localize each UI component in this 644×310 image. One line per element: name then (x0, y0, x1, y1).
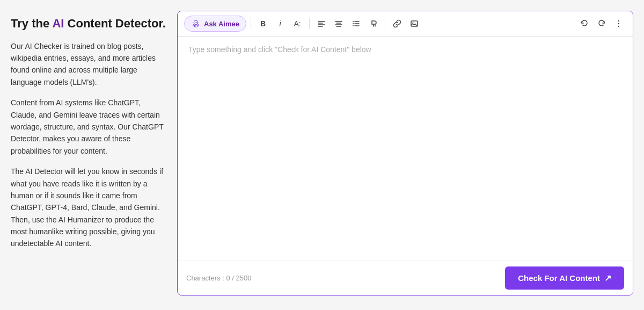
bold-icon: B (260, 19, 266, 28)
svg-point-0 (194, 20, 198, 25)
toolbar-divider-3 (385, 18, 385, 29)
paragraph-icon (369, 19, 377, 28)
ask-aimee-label: Ask Aimee (204, 20, 239, 28)
toolbar-divider-1 (251, 18, 251, 29)
list-button[interactable] (348, 16, 363, 31)
undo-icon (580, 19, 589, 28)
svg-point-23 (618, 26, 619, 27)
description-paragraph-3: The AI Detector will let you know in sec… (11, 165, 166, 250)
align-left-button[interactable] (314, 16, 329, 31)
editor-footer: Characters : 0 / 2500 Check For AI Conte… (178, 261, 633, 295)
svg-point-2 (196, 22, 197, 23)
svg-point-11 (353, 21, 354, 22)
font-size-button[interactable]: A: (290, 16, 305, 31)
svg-point-13 (353, 23, 354, 24)
svg-point-22 (618, 23, 619, 24)
toolbar-actions (577, 16, 626, 31)
undo-button[interactable] (577, 16, 592, 31)
svg-point-1 (195, 22, 196, 23)
svg-point-20 (413, 23, 414, 24)
octopus-icon (191, 19, 201, 28)
paragraph-button[interactable] (365, 16, 380, 31)
editor-panel: Ask Aimee B i A: (177, 11, 633, 295)
ask-aimee-button[interactable]: Ask Aimee (184, 16, 246, 32)
check-ai-content-button[interactable]: Check For AI Content ↗ (505, 266, 624, 290)
heading-highlight: AI (52, 17, 64, 30)
toolbar: Ask Aimee B i A: (178, 11, 633, 37)
italic-icon: i (279, 19, 281, 28)
align-center-icon (334, 19, 343, 28)
character-count: Characters : 0 / 2500 (186, 274, 251, 282)
description-paragraph-2: Content from AI systems like ChatGPT, Cl… (11, 97, 166, 157)
link-icon (393, 19, 401, 28)
editor-area[interactable]: Type something and click "Check for AI C… (178, 37, 633, 261)
more-options-button[interactable] (611, 16, 626, 31)
image-button[interactable] (407, 16, 422, 31)
list-icon (352, 19, 360, 28)
svg-point-21 (618, 20, 619, 21)
description-paragraph-1: Our AI Checker is trained on blog posts,… (11, 40, 166, 89)
bold-button[interactable]: B (255, 16, 270, 31)
align-left-icon (317, 19, 326, 28)
link-button[interactable] (390, 16, 405, 31)
redo-icon (597, 19, 606, 28)
editor-textarea[interactable] (188, 45, 622, 249)
more-icon (614, 19, 623, 28)
redo-button[interactable] (594, 16, 609, 31)
arrow-icon: ↗ (604, 273, 611, 283)
left-panel: Try the AI Content Detector. Our AI Chec… (11, 11, 177, 264)
toolbar-divider-2 (309, 18, 310, 29)
italic-button[interactable]: i (273, 16, 288, 31)
align-center-button[interactable] (331, 16, 346, 31)
svg-point-15 (353, 25, 354, 26)
font-size-icon: A: (294, 19, 301, 28)
page-heading: Try the AI Content Detector. (11, 16, 166, 32)
image-icon (410, 19, 419, 28)
check-button-label: Check For AI Content (518, 273, 600, 283)
